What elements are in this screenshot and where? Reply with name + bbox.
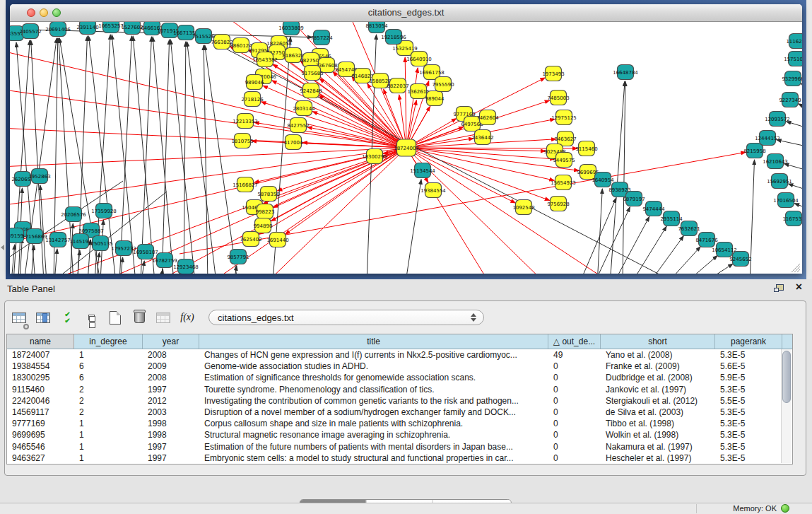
graph-node[interactable]: 12975125 (551, 110, 577, 125)
graph-node[interactable]: 15692951 (767, 174, 792, 189)
graph-node[interactable]: 18724007 (394, 139, 419, 156)
graph-node[interactable]: 10653257 (98, 22, 124, 33)
graph-node[interactable]: 9242848 (300, 83, 322, 98)
graph-node[interactable]: 9245652 (729, 252, 751, 267)
graph-node[interactable]: 8822037 (387, 78, 408, 93)
table-row[interactable]: 1938455462009Genome-wide association stu… (7, 361, 792, 372)
table-row[interactable]: 1830029562008Estimation of significance … (7, 372, 792, 383)
graph-node[interactable]: 1527602 (121, 22, 143, 35)
table-row[interactable]: 946554611997Estimation of the future num… (7, 441, 792, 452)
graph-node[interactable]: 9329966 (782, 71, 802, 86)
graph-node[interactable]: 16958107 (133, 245, 158, 259)
column-header-title[interactable]: title (199, 334, 548, 349)
graph-node[interactable]: 994890 (254, 218, 273, 233)
graph-node[interactable]: 19384554 (420, 183, 446, 198)
graph-node[interactable]: 16648784 (613, 65, 638, 80)
graph-node[interactable]: 2436442 (471, 130, 493, 145)
graph-node[interactable]: 9857791 (227, 250, 249, 264)
graph-node[interactable]: 7625402 (240, 232, 261, 247)
graph-node[interactable]: 5878350 (257, 187, 279, 201)
graph-node[interactable]: 12093572 (765, 112, 790, 127)
graph-node[interactable]: 1167533 (782, 211, 802, 226)
table-row[interactable]: 1872400712008Changes of HCN gene express… (7, 349, 792, 361)
graph-node[interactable]: 9756928 (547, 197, 569, 211)
network-view-window[interactable]: citations_edges.txt 18724007766382288601… (10, 4, 802, 274)
graph-node[interactable]: 2391140 (76, 22, 98, 35)
table-row[interactable]: 2242004622012Investigating the contribut… (7, 395, 792, 407)
graph-node[interactable]: 7632621 (678, 221, 700, 236)
graph-node[interactable]: 989046 (245, 75, 264, 90)
merge-button[interactable] (84, 308, 98, 327)
scrollbar-thumb[interactable] (782, 351, 791, 403)
graph-node[interactable]: 17359928 (91, 204, 117, 218)
collapse-panel-icon[interactable] (1, 245, 4, 250)
graph-node[interactable]: 8471676 (695, 233, 718, 247)
graph-node[interactable]: 7515526 (192, 29, 215, 44)
graph-node[interactable]: 9227349 (779, 93, 801, 107)
graph-node[interactable]: 7857224 (310, 30, 333, 45)
network-canvas-svg[interactable]: 1872400776638228860124891295418226058982… (10, 22, 802, 274)
column-header-out_degree[interactable]: △ out_de... (548, 334, 601, 349)
create-column-button[interactable] (108, 308, 122, 327)
graph-node[interactable]: 417004 (284, 135, 303, 150)
table-row[interactable]: 977716911998Corpus callosum shape and si… (7, 418, 792, 429)
graph-node[interactable]: 13142757 (45, 233, 71, 247)
graph-node[interactable]: 9449575 (553, 153, 575, 168)
graph-node[interactable]: 9474444 (642, 201, 665, 216)
select-rows-button[interactable]: ✔✔ (60, 308, 74, 327)
graph-node[interactable]: 20206576 (61, 207, 86, 222)
graph-node[interactable]: 16033809 (278, 22, 304, 35)
graph-node[interactable]: 15166827 (233, 177, 258, 192)
network-canvas[interactable]: 1872400776638228860124891295418226058982… (10, 22, 802, 274)
close-panel-icon[interactable]: × (796, 280, 802, 294)
graph-node[interactable]: 15134544 (410, 163, 435, 178)
graph-node[interactable]: 7462604 (476, 110, 499, 125)
graph-node[interactable]: 1116227 (786, 34, 802, 49)
table-settings-button[interactable] (12, 308, 26, 327)
graph-node[interactable]: 1640954 (592, 173, 614, 187)
delete-column-button[interactable] (132, 308, 146, 327)
table-row[interactable]: 946362711997Embryonic stem cells: a mode… (7, 452, 792, 464)
table-cell-title: Investigating the contribution of common… (199, 395, 548, 407)
function-builder-button[interactable]: f(x) (180, 308, 194, 327)
graph-node[interactable]: 9115460 (575, 141, 597, 156)
graph-node[interactable]: 1973493 (542, 66, 564, 81)
graph-node[interactable]: 1810755 (231, 134, 253, 148)
graph-node[interactable]: 17016504 (773, 193, 799, 208)
graph-node[interactable]: 16210643 (763, 154, 788, 169)
resize-grip-icon[interactable] (792, 264, 800, 272)
citation-edge-red (10, 148, 406, 206)
graph-node[interactable]: 20691406 (45, 22, 71, 37)
column-header-name[interactable]: name (7, 334, 74, 349)
float-panel-icon[interactable] (776, 284, 784, 291)
graph-node[interactable]: 1092548 (512, 200, 534, 215)
show-columns-button[interactable] (36, 308, 50, 327)
graph-node[interactable]: 2803144 (293, 101, 315, 116)
vertical-scrollbar[interactable] (781, 349, 792, 463)
graph-node[interactable]: 2405572 (19, 24, 41, 39)
graph-node[interactable]: 15654923 (551, 175, 576, 190)
column-header-short[interactable]: short (601, 334, 715, 349)
graph-node[interactable]: 7485003 (547, 90, 569, 105)
graph-node[interactable]: 2718126 (241, 92, 264, 107)
graph-node[interactable]: 2935114 (660, 211, 683, 226)
graph-node[interactable]: 7955590 (432, 77, 454, 92)
graph-node[interactable]: 6879197 (623, 192, 645, 206)
window-titlebar[interactable]: citations_edges.txt (10, 4, 802, 22)
graph-node[interactable]: 8427552 (287, 118, 309, 133)
table-row[interactable]: 911546021997Tourette syndrome. Phenomeno… (7, 384, 792, 395)
graph-node[interactable]: 989044 (425, 91, 445, 106)
graph-node[interactable]: 1952863 (28, 169, 50, 184)
column-header-year[interactable]: year (143, 334, 199, 349)
graph-node[interactable]: 1691440 (266, 233, 288, 247)
network-file-selector[interactable]: citations_edges.txt (208, 310, 484, 325)
graph-node[interactable]: 8813054 (365, 22, 388, 33)
graph-node[interactable]: 9175685 (301, 66, 323, 81)
table-cell-out_degree: 0 (548, 452, 601, 464)
column-header-pagerank[interactable]: pagerank (715, 334, 782, 349)
table-row[interactable]: 969969511998Structural magnetic resonanc… (7, 429, 792, 440)
column-header-in_degree[interactable]: in_degree (74, 334, 143, 349)
graph-node[interactable]: 998223 (256, 204, 275, 219)
graph-node[interactable]: 15751074 (784, 52, 802, 66)
table-row[interactable]: 1456911722003Disruption of a novel membe… (7, 407, 792, 418)
